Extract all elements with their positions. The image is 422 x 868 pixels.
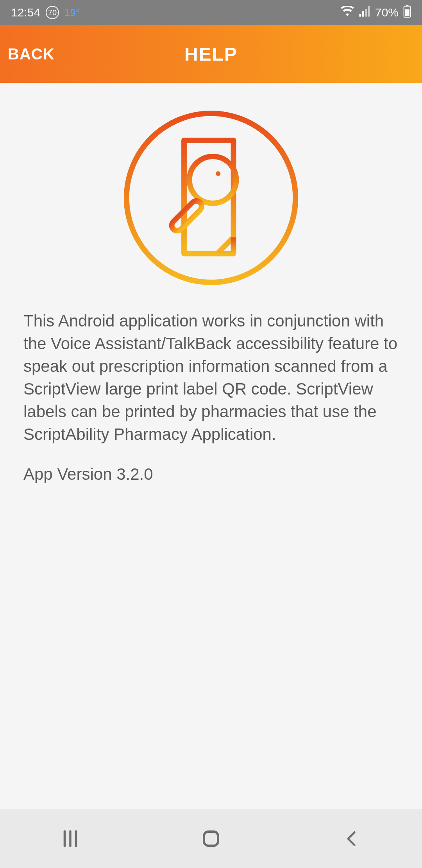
battery-percent: 70% [375, 6, 399, 19]
hero-icon-container [23, 108, 399, 288]
system-nav-bar [0, 809, 422, 868]
nav-back-button[interactable] [313, 815, 391, 862]
home-button[interactable] [172, 815, 250, 862]
app-version: App Version 3.2.0 [23, 463, 399, 486]
svg-rect-1 [406, 5, 409, 6]
status-temperature: 19° [64, 7, 80, 19]
status-right: 70% [341, 5, 411, 21]
status-badge-icon: 70 [46, 6, 59, 19]
document-magnify-icon [121, 108, 301, 288]
wifi-icon [341, 6, 354, 20]
content-area: This Android application works in conjun… [0, 83, 422, 486]
svg-rect-13 [204, 832, 218, 846]
app-bar: BACK HELP [0, 25, 422, 83]
page-title: HELP [0, 43, 422, 65]
svg-point-4 [190, 156, 236, 203]
status-time: 12:54 [11, 6, 40, 19]
help-description: This Android application works in conjun… [23, 310, 399, 446]
recents-icon [61, 829, 80, 848]
recents-button[interactable] [31, 815, 109, 862]
chevron-left-icon [343, 828, 360, 849]
svg-point-6 [216, 171, 220, 176]
status-left: 12:54 70 19° [11, 6, 80, 19]
battery-icon [403, 5, 411, 21]
status-bar: 12:54 70 19° 70% [0, 0, 422, 25]
home-icon [200, 828, 222, 849]
back-button[interactable]: BACK [8, 45, 55, 63]
svg-rect-2 [405, 9, 409, 16]
signal-icon [359, 6, 370, 20]
